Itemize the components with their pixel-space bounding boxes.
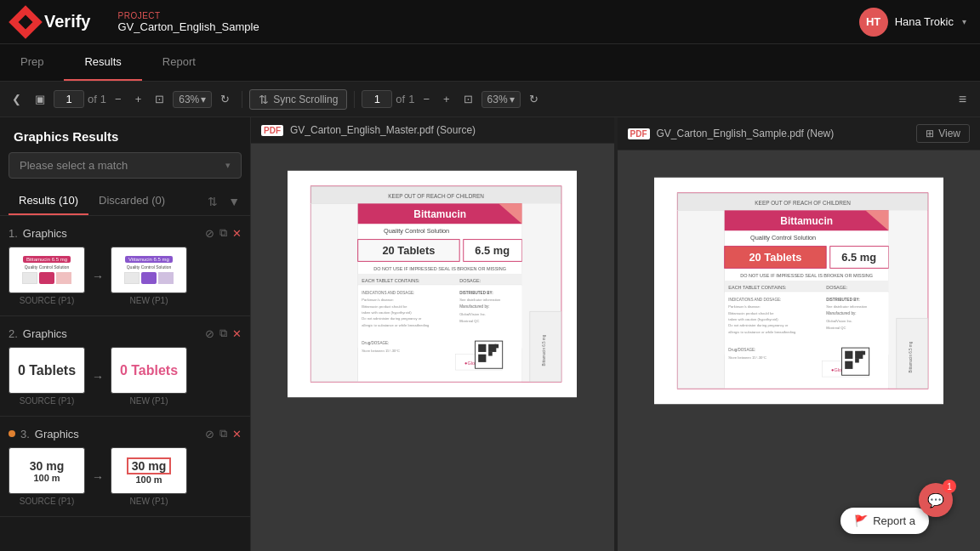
left-refresh-btn[interactable]: ↻ <box>215 89 235 109</box>
left-pdf-icon: PDF <box>261 125 283 136</box>
svg-rect-42 <box>495 344 499 349</box>
report-icon: 🚩 <box>854 514 868 527</box>
result-item[interactable]: 3. Graphics ⊘ ⧉ ✕ 30 mg 100 m <box>0 417 250 517</box>
view-icon: ⊞ <box>926 128 934 139</box>
item-3-indicator <box>9 430 15 437</box>
svg-text:GlobalVision Inc.: GlobalVision Inc. <box>826 319 852 323</box>
view-btn[interactable]: ⊞ View <box>916 124 970 143</box>
item-1-source-label: SOURCE (P1) <box>20 296 74 305</box>
chat-button[interactable]: 💬 1 <box>919 483 953 517</box>
svg-text:KEEP OUT OF REACH OF CHILDREN: KEEP OUT OF REACH OF CHILDREN <box>389 193 485 199</box>
item-1-copy-btn[interactable]: ⧉ <box>219 226 227 240</box>
svg-text:EACH TABLET CONTAINS:: EACH TABLET CONTAINS: <box>362 278 421 283</box>
left-page-total: 1 <box>100 93 106 105</box>
svg-text:Bittamucin: Bittamucin <box>414 208 467 220</box>
right-pdf-filename: GV_Carton_English_Sample.pdf (New) <box>657 128 835 139</box>
left-fit-btn[interactable]: ⊡ <box>150 89 169 109</box>
left-of-label: of <box>88 93 97 105</box>
tab-results[interactable]: Results <box>64 44 141 81</box>
sync-scrolling-btn[interactable]: ⇅ Sync Scrolling <box>249 89 347 110</box>
svg-text:Store between 15°-30°C: Store between 15°-30°C <box>728 355 766 360</box>
svg-rect-4 <box>311 203 358 382</box>
item-2-copy-btn[interactable]: ⧉ <box>219 327 227 340</box>
prev-page-btn[interactable]: ❮ <box>7 89 26 109</box>
main-layout: Graphics Results Please select a match ▾… <box>0 117 980 551</box>
chat-icon: 💬 <box>927 492 944 508</box>
sort-btn[interactable]: ⇅ <box>206 193 219 210</box>
item-3-new-label: NEW (P1) <box>130 497 168 506</box>
item-2-delete-btn[interactable]: ✕ <box>232 327 242 340</box>
right-zoom-in-btn[interactable]: + <box>438 89 455 109</box>
left-zoom-out-btn[interactable]: − <box>110 89 127 109</box>
svg-text:DISTRIBUTED BY:: DISTRIBUTED BY: <box>459 291 493 295</box>
svg-text:Bittamucin 6.5 mg: Bittamucin 6.5 mg <box>542 334 546 366</box>
left-pdf-header: PDF GV_Carton_English_Master.pdf (Source… <box>251 117 614 144</box>
svg-text:Bittamucin: Bittamucin <box>780 215 833 227</box>
tab-report[interactable]: Report <box>142 44 216 81</box>
item-1-delete-btn[interactable]: ✕ <box>232 227 242 240</box>
right-zoom-out-btn[interactable]: − <box>418 89 435 109</box>
svg-rect-40 <box>478 355 486 362</box>
item-1-compare: Bittamucin 6.5 mg Quality Control Soluti… <box>9 247 242 305</box>
svg-text:Montreal QC: Montreal QC <box>459 319 479 323</box>
item-2-new-thumb: 0 Tablets <box>111 347 187 394</box>
left-zoom-in-btn[interactable]: + <box>130 89 147 109</box>
left-carton-svg: KEEP OUT OF REACH OF CHILDREN Bittamucin… <box>288 161 577 407</box>
content-area: PDF GV_Carton_English_Master.pdf (Source… <box>251 117 980 551</box>
tab-prep[interactable]: Prep <box>0 44 64 81</box>
item-3-copy-btn[interactable]: ⧉ <box>219 427 227 440</box>
left-zoom-pct[interactable]: 63% ▾ <box>173 91 212 108</box>
item-2-info-btn[interactable]: ⊘ <box>205 327 214 340</box>
item-3-new-thumb: 30 mg 100 m <box>111 447 187 494</box>
match-dropdown[interactable]: Please select a match ▾ <box>9 152 242 179</box>
svg-text:DOSAGE:: DOSAGE: <box>459 278 481 283</box>
sidebar-title: Graphics Results <box>0 117 250 152</box>
tab-results-count[interactable]: Results (10) <box>9 187 88 215</box>
item-3-delete-btn[interactable]: ✕ <box>232 428 242 440</box>
right-zoom-pct[interactable]: 63% ▾ <box>481 91 521 108</box>
right-refresh-btn[interactable]: ↻ <box>524 89 544 109</box>
tab-discarded-count[interactable]: Discarded (0) <box>88 187 175 215</box>
svg-rect-87 <box>861 351 865 355</box>
report-button[interactable]: 🚩 Report a <box>840 508 929 534</box>
item-1-new-label: NEW (P1) <box>130 296 168 305</box>
item-3-source-label: SOURCE (P1) <box>20 497 74 506</box>
right-page-total: 1 <box>408 93 414 105</box>
right-page-input[interactable] <box>362 90 392 108</box>
svg-text:Manufactured by:: Manufactured by: <box>459 304 489 309</box>
svg-text:Bittamucin product should be: Bittamucin product should be <box>362 304 408 309</box>
svg-text:Drug/DOSAGE:: Drug/DOSAGE: <box>728 348 755 352</box>
logo-diamond <box>9 5 43 39</box>
right-fit-btn[interactable]: ⊡ <box>459 89 478 109</box>
svg-text:KEEP OUT OF REACH OF CHILDREN: KEEP OUT OF REACH OF CHILDREN <box>755 200 851 206</box>
user-area[interactable]: HT Hana Trokic ▾ <box>859 8 966 37</box>
result-item[interactable]: 1. Graphics ⊘ ⧉ ✕ Bittamucin 6.5 mg Qual… <box>0 216 250 316</box>
item-1-label: Graphics <box>23 227 205 240</box>
sync-label: Sync Scrolling <box>273 94 338 105</box>
svg-text:GlobalVision Inc.: GlobalVision Inc. <box>459 312 486 316</box>
tab-actions: ⇅ ▼ <box>206 193 242 210</box>
svg-rect-85 <box>845 361 852 369</box>
toolbar-settings-btn[interactable]: ≡ <box>952 88 973 111</box>
item-3-info-btn[interactable]: ⊘ <box>205 428 214 440</box>
svg-text:See distributor information: See distributor information <box>459 298 501 302</box>
item-3-source-thumb: 30 mg 100 m <box>9 447 85 494</box>
match-dropdown-btn[interactable]: Please select a match ▾ <box>9 152 242 179</box>
svg-text:Manufactured by:: Manufactured by: <box>826 311 856 315</box>
filter-btn[interactable]: ▼ <box>226 193 242 210</box>
user-chevron-icon[interactable]: ▾ <box>962 17 966 26</box>
svg-text:Quality Control Solution: Quality Control Solution <box>384 227 449 235</box>
sync-icon: ⇅ <box>259 93 269 106</box>
result-item[interactable]: 2. Graphics ⊘ ⧉ ✕ 0 Tablets <box>0 316 250 417</box>
svg-text:Drug/DOSAGE:: Drug/DOSAGE: <box>362 341 390 345</box>
sidebar: Graphics Results Please select a match ▾… <box>0 117 251 551</box>
project-label: PROJECT <box>117 11 259 20</box>
left-page-input[interactable] <box>54 90 84 108</box>
svg-text:DO NOT USE IF IMPRESSED SEAL I: DO NOT USE IF IMPRESSED SEAL IS BROKEN O… <box>374 266 507 271</box>
svg-text:DOSAGE:: DOSAGE: <box>826 285 848 290</box>
zoom-chevron-icon: ▾ <box>201 94 206 105</box>
item-1-info-btn[interactable]: ⊘ <box>205 227 214 240</box>
svg-text:20 Tablets: 20 Tablets <box>749 251 801 264</box>
left-pdf-view[interactable]: KEEP OUT OF REACH OF CHILDREN Bittamucin… <box>251 144 614 551</box>
page-panel-btn[interactable]: ▣ <box>30 89 50 109</box>
